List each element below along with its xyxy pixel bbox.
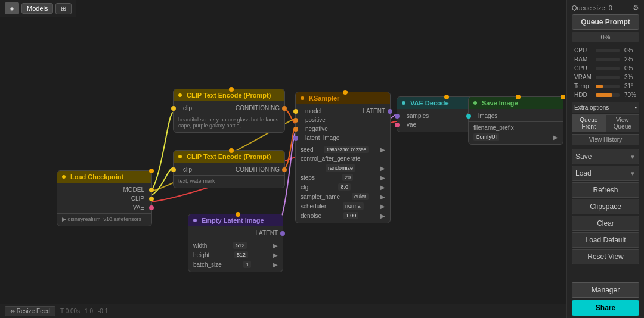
clip-output-label: CLIP <box>131 195 144 202</box>
toolbar: ◈ Models ⊞ <box>0 0 76 17</box>
load-checkpoint-node: Load Checkpoint MODEL CLIP VAE ▶ disneyr… <box>57 170 152 226</box>
refresh-button[interactable]: Refresh <box>572 182 639 198</box>
queue-size-label: Queue size: 0 <box>572 4 612 11</box>
load-button[interactable]: Load ▼ <box>572 166 639 181</box>
queue-prompt-button[interactable]: Queue Prompt <box>572 14 639 30</box>
canvas-area[interactable]: ◈ Models ⊞ <box>0 0 566 318</box>
save-image-node: Save Image images filename_prefix ComfyU… <box>468 96 564 145</box>
reset-view-button[interactable]: Reset View <box>572 249 639 264</box>
clip-text-negative-node: CLIP Text Encode (Prompt) clip CONDITION… <box>173 150 285 188</box>
clear-button[interactable]: Clear <box>572 216 639 231</box>
clip-in-label: clip <box>183 105 192 111</box>
ksampler-node: KSampler model LATENT positive negative <box>295 92 391 223</box>
model-file-row: ▶ disneyrealism_v10.safetensors <box>57 215 151 223</box>
sidebar-bottom: Manager Share <box>567 280 644 318</box>
stats-table: CPU 0% RAM 2% GPU 0% VR <box>572 45 639 100</box>
logo-icon: ◈ <box>5 2 19 14</box>
extra-options-toggle[interactable]: ▪ <box>634 104 637 111</box>
resize-feed-button[interactable]: ⇔ Resize Feed <box>5 306 55 316</box>
vae-output-label: VAE <box>133 204 144 211</box>
save-button[interactable]: Save ▼ <box>572 149 639 164</box>
model-output-label: MODEL <box>123 186 144 193</box>
queue-front-tab[interactable]: Queue Front <box>572 114 606 132</box>
load-default-button[interactable]: Load Default <box>572 232 639 248</box>
clip-text-positive-node: CLIP Text Encode (Prompt) clip CONDITION… <box>173 89 285 133</box>
models-tab[interactable]: Models <box>21 3 53 14</box>
clip-neg-in-label: clip <box>183 166 192 173</box>
ksampler-title: KSampler <box>309 95 339 102</box>
gear-icon[interactable]: ⚙ <box>633 4 639 12</box>
empty-latent-header: Empty Latent Image <box>188 214 283 226</box>
empty-latent-title: Empty Latent Image <box>202 217 264 224</box>
coord-label: -0.1 <box>98 308 108 314</box>
load-checkpoint-title: Load Checkpoint <box>70 173 123 180</box>
save-image-header: Save Image <box>469 97 563 109</box>
conditioning-neg-out-label: CONDITIONING <box>236 166 280 173</box>
share-button[interactable]: Share <box>572 300 639 316</box>
t-label: T 0.00s <box>60 308 80 314</box>
queue-end-tab[interactable]: View Queue <box>606 114 640 132</box>
load-checkpoint-header: Load Checkpoint <box>57 171 151 183</box>
manager-button[interactable]: Manager <box>572 282 639 298</box>
view-history-button[interactable]: View History <box>572 134 639 145</box>
negative-text-content: text, watermark <box>174 177 284 185</box>
vae-decode-title: VAE Decode <box>410 99 449 107</box>
l-label: 1 0 <box>85 308 93 314</box>
extra-options-row[interactable]: Extra options ▪ <box>572 102 639 113</box>
save-image-title: Save Image <box>482 99 518 107</box>
save-chevron-icon: ▼ <box>630 154 636 160</box>
clip-text-negative-header: CLIP Text Encode (Prompt) <box>174 151 284 163</box>
conditioning-out-label: CONDITIONING <box>236 105 280 111</box>
positive-text-content: beautiful scenery nature glass bottle la… <box>174 116 284 130</box>
sidebar: Queue size: 0 ⚙ Queue Prompt 0% CPU 0% R… <box>566 0 644 318</box>
clip-text-negative-title: CLIP Text Encode (Prompt) <box>187 153 271 160</box>
extra-options-label: Extra options <box>574 104 609 111</box>
new-tab[interactable]: ⊞ <box>55 3 72 14</box>
clip-text-positive-header: CLIP Text Encode (Prompt) <box>174 89 284 101</box>
empty-latent-node: Empty Latent Image LATENT width512▶ heig… <box>188 214 283 272</box>
ksampler-header: KSampler <box>296 92 390 104</box>
clip-text-positive-title: CLIP Text Encode (Prompt) <box>187 92 271 99</box>
statusbar: ⇔ Resize Feed T 0.00s 1 0 -0.1 <box>0 304 566 318</box>
progress-bar-container: 0% <box>572 32 639 42</box>
queue-tabs: Queue Front View Queue <box>572 114 639 132</box>
progress-percent: 0% <box>601 33 611 40</box>
load-chevron-icon: ▼ <box>630 170 636 177</box>
clipspace-button[interactable]: Clipspace <box>572 199 639 214</box>
